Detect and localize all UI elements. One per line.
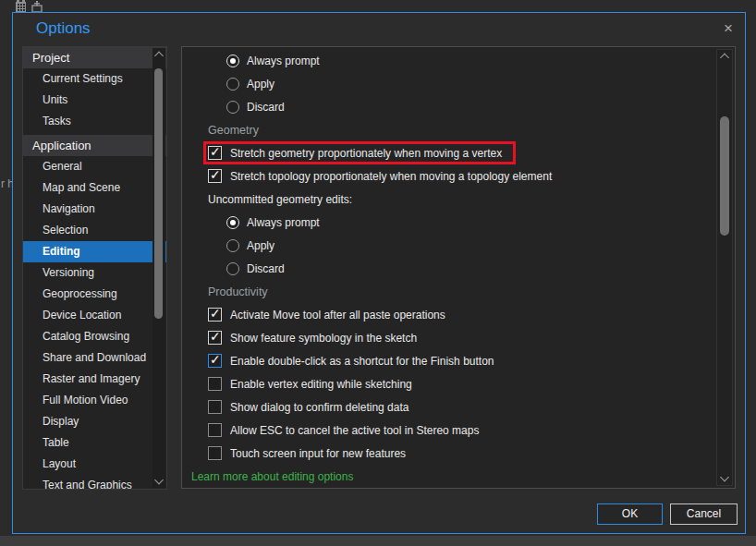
radio-icon[interactable] <box>226 216 239 229</box>
ok-button[interactable]: OK <box>597 504 663 525</box>
radio-icon[interactable] <box>226 78 239 91</box>
sidebar-item-current-settings[interactable]: Current Settings <box>23 68 166 90</box>
sidebar-item-general[interactable]: General <box>23 156 166 177</box>
checkbox-row-allow-esc[interactable]: Allow ESC to cancel the active tool in S… <box>182 419 713 442</box>
dialog-title: Options <box>36 19 91 38</box>
sidebar-scrollbar[interactable] <box>152 48 165 488</box>
checkbox-label: Touch screen input for new features <box>230 447 406 460</box>
section-header-geometry: Geometry <box>182 118 713 141</box>
chevron-down-icon[interactable] <box>720 473 729 482</box>
sidebar-group-application: Application <box>23 135 166 156</box>
sidebar-item-raster-and-imagery[interactable]: Raster and Imagery <box>23 369 166 390</box>
radio-top-always-prompt[interactable]: Always prompt <box>182 49 713 72</box>
checkbox-icon[interactable] <box>208 446 222 460</box>
chevron-up-icon[interactable] <box>154 52 164 61</box>
radio-label: Discard <box>247 262 285 275</box>
radio-icon[interactable] <box>226 55 239 67</box>
sidebar-item-selection[interactable]: Selection <box>23 220 166 241</box>
radio-label: Always prompt <box>247 55 320 67</box>
checkbox-label: Stretch geometry proportionately when mo… <box>230 147 502 160</box>
building-grid-icon <box>15 0 28 12</box>
checkbox-icon[interactable] <box>208 331 222 345</box>
radio-icon[interactable] <box>226 262 239 275</box>
checkbox-icon[interactable] <box>208 400 222 414</box>
sidebar-item-tasks[interactable]: Tasks <box>23 111 166 132</box>
checkbox-icon[interactable] <box>208 169 222 183</box>
sidebar-item-geoprocessing[interactable]: Geoprocessing <box>23 284 166 305</box>
radio-label: Apply <box>247 239 274 252</box>
sidebar-item-units[interactable]: Units <box>23 90 166 111</box>
sidebar-group-project: Project <box>23 47 166 68</box>
background-toolbar <box>15 0 43 12</box>
settings-panel: Always prompt Apply Discard Geometry Str… <box>181 46 736 489</box>
checkbox-icon[interactable] <box>208 377 222 391</box>
radio-uncommitted-apply[interactable]: Apply <box>182 234 713 257</box>
checkbox-row-touch-screen-input[interactable]: Touch screen input for new features <box>182 442 713 465</box>
panel-scrollbar[interactable] <box>716 49 733 486</box>
checkbox-icon[interactable] <box>208 308 222 322</box>
checkbox-icon[interactable] <box>208 146 222 160</box>
sidebar-item-table[interactable]: Table <box>23 432 166 454</box>
sidebar-item-editing[interactable]: Editing <box>23 241 166 262</box>
sidebar-item-device-location[interactable]: Device Location <box>23 305 166 326</box>
radio-label: Discard <box>247 101 285 114</box>
checkbox-label: Enable double-click as a shortcut for th… <box>230 355 494 368</box>
checkbox-row-show-confirm-dialog[interactable]: Show dialog to confirm deleting data <box>182 395 713 419</box>
background-bottom-strip <box>0 536 756 546</box>
sidebar-item-navigation[interactable]: Navigation <box>23 199 166 220</box>
checkbox-row-enable-vertex-editing[interactable]: Enable vertex editing while sketching <box>182 372 713 395</box>
radio-label: Always prompt <box>247 216 320 229</box>
learn-more-link[interactable]: Learn more about editing options <box>191 470 353 483</box>
cancel-button[interactable]: Cancel <box>670 504 738 525</box>
panel-scrollbar-thumb[interactable] <box>720 116 729 236</box>
checkbox-label: Stretch topology proportionately when mo… <box>230 170 552 183</box>
sidebar-item-layout[interactable]: Layout <box>23 454 166 475</box>
sidebar-item-text-and-graphics[interactable]: Text and Graphics <box>23 475 166 490</box>
checkbox-row-stretch-geometry[interactable]: Stretch geometry proportionately when mo… <box>182 141 713 164</box>
radio-uncommitted-always-prompt[interactable]: Always prompt <box>182 211 713 234</box>
sidebar-item-share-and-download[interactable]: Share and Download <box>23 347 166 369</box>
radio-top-discard[interactable]: Discard <box>182 95 713 118</box>
uncommitted-edits-label: Uncommitted geometry edits: <box>182 188 713 211</box>
device-icon <box>30 0 43 12</box>
checkbox-icon[interactable] <box>208 423 222 437</box>
radio-uncommitted-discard[interactable]: Discard <box>182 257 713 280</box>
options-dialog: Options × Project Current Settings Units… <box>12 12 746 534</box>
sidebar-scrollbar-thumb[interactable] <box>154 68 163 319</box>
radio-label: Apply <box>247 78 274 91</box>
radio-top-apply[interactable]: Apply <box>182 72 713 95</box>
sidebar: Project Current Settings Units Tasks App… <box>22 46 167 490</box>
sidebar-item-display[interactable]: Display <box>23 411 166 432</box>
sidebar-item-full-motion-video[interactable]: Full Motion Video <box>23 390 166 411</box>
chevron-down-icon[interactable] <box>154 476 164 485</box>
close-icon[interactable]: × <box>718 18 738 39</box>
radio-icon[interactable] <box>226 101 239 114</box>
radio-icon[interactable] <box>226 239 239 252</box>
checkbox-row-stretch-topology[interactable]: Stretch topology proportionately when mo… <box>182 164 713 188</box>
sidebar-item-versioning[interactable]: Versioning <box>23 262 166 284</box>
checkbox-icon[interactable] <box>208 354 222 368</box>
checkbox-row-enable-double-click[interactable]: Enable double-click as a shortcut for th… <box>182 349 713 372</box>
sidebar-item-catalog-browsing[interactable]: Catalog Browsing <box>23 326 166 347</box>
chevron-up-icon[interactable] <box>720 54 729 63</box>
highlight-box: Stretch geometry proportionately when mo… <box>203 141 516 164</box>
checkbox-label: Activate Move tool after all paste opera… <box>230 309 445 322</box>
section-header-productivity: Productivity <box>182 280 713 303</box>
sidebar-item-map-and-scene[interactable]: Map and Scene <box>23 177 166 199</box>
checkbox-row-show-feature-symbology[interactable]: Show feature symbology in the sketch <box>182 326 713 349</box>
checkbox-row-activate-move-tool[interactable]: Activate Move tool after all paste opera… <box>182 303 713 326</box>
checkbox-label: Show dialog to confirm deleting data <box>230 401 408 414</box>
checkbox-label: Enable vertex editing while sketching <box>230 378 412 391</box>
checkbox-label: Show feature symbology in the sketch <box>230 332 417 345</box>
checkbox-label: Allow ESC to cancel the active tool in S… <box>230 424 479 437</box>
